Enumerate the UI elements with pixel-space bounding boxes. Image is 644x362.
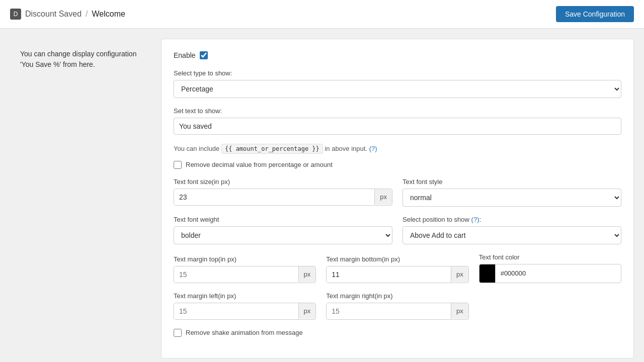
hint-suffix: in above input. [325,145,367,152]
set-text-row: Set text to show: [174,107,621,135]
hint-prefix: You can include [174,145,219,152]
select-type-label: Select type to show: [174,69,621,77]
config-panel: Enable Select type to show: Percetage Am… [161,39,634,358]
left-panel: You can change display configuration 'Yo… [10,39,161,358]
font-size-style-row: Text font size(in px) px Text font style… [174,178,621,207]
margin-bottom-input[interactable] [327,266,451,283]
remove-decimal-checkbox[interactable] [174,161,182,169]
margin-top-input[interactable] [174,266,298,283]
remove-animation-row: Remove shake animation from message [174,329,621,337]
color-swatch[interactable] [479,264,496,283]
font-style-dropdown[interactable]: normal italic oblique [403,189,621,207]
font-size-input[interactable] [174,189,374,205]
position-dropdown[interactable]: Above Add to cart Below Add to cart Afte… [403,226,621,244]
margin-left-label: Text margin left(in px) [174,292,316,300]
font-size-unit: px [374,189,392,205]
color-value: #000000 [496,265,531,281]
hint-code: {{ amount_or_percentage }} [221,144,323,154]
remove-decimal-label: Remove decimal value from percentage or … [186,161,333,168]
set-text-label: Set text to show: [174,107,621,115]
page-header: D Discount Saved / Welcome Save Configur… [0,0,644,29]
remove-decimal-row: Remove decimal value from percentage or … [174,161,621,169]
color-input-group: #000000 [479,264,621,283]
font-size-input-group: px [174,189,392,206]
margin-top-col: Text margin top(in px) px [174,255,316,283]
font-color-col: Text font color #000000 [479,253,621,283]
position-label-text: Select position to show [403,216,469,223]
enable-row: Enable [174,51,621,59]
font-style-col: Text font style normal italic oblique [403,178,621,207]
margin-top-unit: px [298,266,316,282]
margin-bottom-unit: px [451,266,468,282]
breadcrumb-separator: / [86,10,88,19]
margin-right-unit: px [451,303,468,319]
font-weight-col: Text font weight normal bold bolder ligh… [174,216,392,244]
margin-bottom-col: Text margin bottom(in px) px [326,255,468,283]
margin-right-input[interactable] [327,303,451,319]
app-icon: D [10,9,21,20]
font-style-label: Text font style [403,178,621,186]
margin-left-input[interactable] [174,303,298,319]
save-configuration-button[interactable]: Save Configuration [556,6,634,22]
breadcrumb: D Discount Saved / Welcome [10,9,125,20]
remove-animation-checkbox[interactable] [174,329,182,337]
font-color-label: Text font color [479,253,621,261]
margin-left-col: Text margin left(in px) px [174,292,316,320]
breadcrumb-root: Discount Saved [25,10,82,19]
font-weight-label: Text font weight [174,216,392,223]
margin-left-input-group: px [174,303,316,320]
margin-bottom-input-group: px [326,266,468,283]
select-type-dropdown[interactable]: Percetage Amount Both [174,80,621,98]
position-col: Select position to show (?): Above Add t… [403,216,621,244]
position-label: Select position to show (?): [403,216,621,223]
margin-top-bottom-color-row: Text margin top(in px) px Text margin bo… [174,253,621,283]
margin-right-input-group: px [326,303,468,320]
margin-right-col: Text margin right(in px) px [326,292,468,320]
hint-text: You can include {{ amount_or_percentage … [174,144,621,154]
font-weight-dropdown[interactable]: normal bold bolder lighter [174,226,392,244]
select-type-row: Select type to show: Percetage Amount Bo… [174,69,621,98]
margin-top-input-group: px [174,266,316,283]
font-size-col: Text font size(in px) px [174,178,392,207]
enable-checkbox[interactable] [200,51,208,59]
hint-help-link[interactable]: (?) [369,145,377,152]
margin-right-label: Text margin right(in px) [326,292,468,300]
font-size-label: Text font size(in px) [174,178,392,186]
margin-left-right-row: Text margin left(in px) px Text margin r… [174,292,621,320]
margin-top-label: Text margin top(in px) [174,255,316,263]
set-text-input[interactable] [174,118,621,135]
font-weight-position-row: Text font weight normal bold bolder ligh… [174,216,621,244]
enable-label: Enable [174,51,196,59]
margin-bottom-label: Text margin bottom(in px) [326,255,468,263]
position-help-link[interactable]: (?) [471,216,479,223]
breadcrumb-current: Welcome [92,10,125,19]
margin-left-unit: px [298,303,316,319]
left-panel-description: You can change display configuration 'Yo… [20,49,151,70]
page-content: You can change display configuration 'Yo… [0,29,644,362]
remove-animation-label: Remove shake animation from message [186,329,303,336]
